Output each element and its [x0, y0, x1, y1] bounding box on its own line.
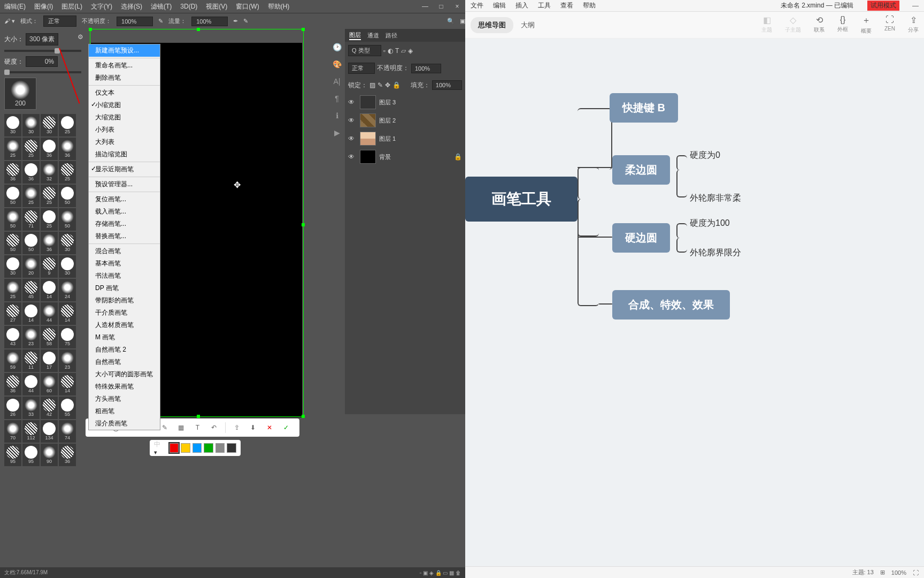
filter-pixel-icon[interactable]: ▫ — [383, 47, 386, 55]
brush-preset[interactable]: 36 — [59, 444, 76, 466]
fill-value[interactable]: 100% — [432, 80, 462, 90]
brush-preset[interactable]: 36 — [4, 161, 21, 184]
brush-preset[interactable]: 50 — [59, 185, 76, 207]
brush-preset[interactable]: 23 — [22, 326, 40, 348]
hardness-input[interactable]: 0% — [26, 56, 58, 67]
brush-preset[interactable]: 25 — [4, 138, 21, 160]
maximize-button[interactable]: □ — [433, 0, 449, 13]
brush-preset[interactable]: 36 — [22, 161, 40, 184]
workspace-icon[interactable]: ▣ — [460, 18, 465, 25]
filter-adjust-icon[interactable]: ◐ — [388, 47, 393, 55]
visibility-icon[interactable]: 👁 — [348, 135, 357, 142]
mosaic-tool[interactable]: ▦ — [176, 422, 187, 433]
menu-view[interactable]: 视图(V) — [206, 2, 227, 11]
brush-preset[interactable]: 90 — [41, 444, 58, 466]
menu-filter[interactable]: 滤镜(T) — [151, 2, 172, 11]
brush-preset[interactable]: 9 — [41, 255, 58, 278]
menu-nat[interactable]: 自然画笔 — [89, 356, 160, 368]
size-slider[interactable] — [4, 50, 81, 52]
brush-preset[interactable]: 36 — [41, 232, 58, 254]
zoom-icon[interactable]: ⊞ — [880, 569, 885, 576]
share-button[interactable]: ⇪ — [232, 422, 242, 433]
xmind-tool[interactable]: {}外框 — [837, 15, 848, 35]
menu-text-only[interactable]: 仅文本 — [89, 87, 160, 99]
brush-preset[interactable]: 50 — [4, 185, 21, 207]
brush-preset[interactable]: 14 — [22, 302, 40, 325]
menu-window[interactable]: 窗口(W) — [236, 2, 259, 11]
tab-mindmap[interactable]: 思维导图 — [471, 17, 513, 33]
brush-preset[interactable]: 50 — [4, 232, 21, 254]
menu-save[interactable]: 存储画笔... — [89, 218, 160, 230]
menu-help[interactable]: 帮助(H) — [268, 2, 290, 11]
node-soft[interactable]: 柔边圆 — [612, 155, 670, 185]
download-button[interactable]: ⬇ — [248, 422, 258, 433]
pen-tool[interactable]: ✎ — [159, 422, 170, 433]
xm-menu-view[interactable]: 查看 — [560, 1, 573, 10]
brush-preset[interactable]: 24 — [59, 279, 76, 301]
xm-menu-insert[interactable]: 插入 — [515, 1, 528, 10]
menu-fx[interactable]: 特殊效果画笔 — [89, 381, 160, 393]
zoom-value[interactable]: 100% — [891, 569, 906, 576]
color-green[interactable] — [204, 443, 213, 453]
layer-row[interactable]: 👁图层 3 — [345, 93, 465, 111]
menu-dp[interactable]: DP 画笔 — [89, 282, 160, 294]
menu-basic[interactable]: 基本画笔 — [89, 257, 160, 270]
filter-shape-icon[interactable]: ▱ — [401, 47, 406, 55]
search-icon[interactable]: 🔍 — [447, 18, 455, 25]
brush-preset[interactable]: 60 — [41, 373, 58, 396]
xmind-tool[interactable]: ◧主题 — [761, 15, 772, 35]
text-tool[interactable]: T — [192, 422, 203, 433]
menu-preset-mgr[interactable]: 预设管理器... — [89, 178, 160, 191]
brush-preset[interactable]: 27 — [4, 302, 21, 325]
close-button[interactable]: × — [449, 0, 465, 13]
menu-layer[interactable]: 图层(L) — [61, 2, 82, 11]
brush-preset[interactable]: 25 — [59, 161, 76, 184]
brush-presets-grid[interactable]: 3030302525253636363632255025255050712550… — [4, 114, 81, 466]
node-hard-c2[interactable]: 外轮廓界限分 — [690, 247, 741, 258]
menu-3d[interactable]: 3D(D) — [180, 3, 197, 10]
brush-preset[interactable]: 75 — [59, 326, 76, 348]
brush-preset[interactable]: 25 — [22, 138, 40, 160]
brush-preset[interactable]: 11 — [22, 349, 40, 372]
brush-preset[interactable]: 55 — [59, 397, 76, 419]
undo-button[interactable]: ↶ — [209, 422, 219, 433]
xm-menu-edit[interactable]: 编辑 — [493, 1, 506, 10]
xm-menu-help[interactable]: 帮助 — [583, 1, 596, 10]
brush-preset[interactable]: 44 — [41, 302, 58, 325]
node-root[interactable]: 画笔工具 — [465, 177, 578, 222]
confirm-button[interactable]: ✓ — [281, 422, 291, 433]
color-red[interactable] — [170, 443, 179, 453]
menu-delete[interactable]: 删除画笔 — [89, 72, 160, 84]
brush-preset[interactable]: 70 — [4, 420, 21, 443]
tab-channels[interactable]: 通道 — [367, 32, 379, 40]
menu-thick[interactable]: 粗画笔 — [89, 405, 160, 417]
menu-load[interactable]: 载入画笔... — [89, 206, 160, 218]
menu-large-list[interactable]: 大列表 — [89, 136, 160, 148]
brush-preset[interactable]: 95 — [4, 444, 21, 466]
brush-preset[interactable]: 134 — [41, 420, 58, 443]
layer-row[interactable]: 👁图层 2 — [345, 111, 465, 130]
filter-type-icon[interactable]: T — [395, 47, 399, 55]
brush-preset[interactable]: 20 — [22, 255, 40, 278]
brush-preset[interactable]: 36 — [4, 373, 21, 396]
menu-select[interactable]: 选择(S) — [121, 2, 142, 11]
flow-value[interactable]: 100% — [191, 17, 228, 26]
brush-preset[interactable]: 50 — [59, 208, 76, 231]
xmind-tool[interactable]: ⛶ZEN — [884, 15, 895, 35]
menu-faux[interactable]: 人造材质画笔 — [89, 319, 160, 331]
blend-mode[interactable]: 正常 — [348, 63, 375, 74]
brush-preset[interactable]: 59 — [4, 349, 21, 372]
color-gray[interactable] — [215, 443, 225, 453]
menu-reset[interactable]: 复位画笔... — [89, 193, 160, 206]
brush-preset[interactable]: 25 — [59, 114, 76, 136]
menu-m[interactable]: M 画笔 — [89, 331, 160, 344]
minimize-button[interactable]: — — [417, 0, 433, 13]
lang-select[interactable]: 中 ▾ — [154, 440, 165, 456]
gear-icon[interactable]: ⚙ — [78, 33, 86, 42]
menu-edit[interactable]: 编辑(E) — [4, 2, 26, 11]
brush-tool-icon[interactable]: 🖌 ▾ — [4, 18, 15, 25]
brush-preset[interactable]: 71 — [22, 208, 40, 231]
xm-min-icon[interactable]: — — [912, 2, 919, 10]
brush-preset[interactable]: 26 — [4, 397, 21, 419]
xmind-tool[interactable]: ＋概要 — [861, 15, 872, 35]
